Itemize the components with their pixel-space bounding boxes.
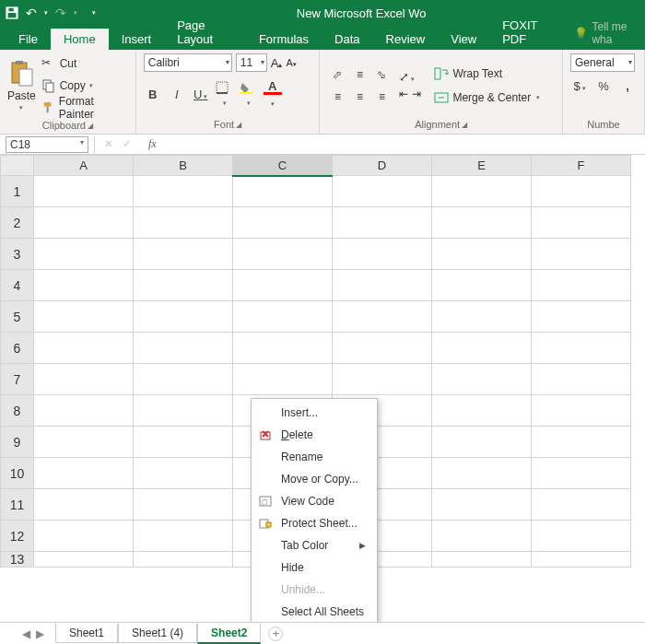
row-header[interactable]: 6: [1, 333, 34, 364]
border-button[interactable]: [216, 81, 234, 108]
ctx-protect[interactable]: Protect Sheet...: [253, 512, 375, 534]
tab-view[interactable]: View: [438, 29, 489, 50]
alignment-launcher-icon[interactable]: ◢: [462, 121, 467, 129]
tab-data[interactable]: Data: [322, 29, 372, 50]
ctx-hide[interactable]: Hide: [253, 556, 375, 579]
tab-home[interactable]: Home: [51, 29, 109, 50]
cell[interactable]: [532, 458, 631, 489]
cell[interactable]: [34, 270, 134, 301]
cell[interactable]: [532, 364, 631, 395]
ctx-move[interactable]: Move or Copy...: [253, 468, 375, 490]
cell[interactable]: [233, 270, 333, 301]
formatpainter-button[interactable]: Format Painter: [41, 98, 128, 118]
save-icon[interactable]: [6, 6, 18, 19]
cell[interactable]: [432, 333, 532, 364]
row-header[interactable]: 9: [1, 427, 34, 458]
cell[interactable]: [34, 427, 134, 458]
ctx-viewcode[interactable]: ▢View Code: [253, 490, 375, 512]
cell[interactable]: [134, 489, 233, 521]
font-launcher-icon[interactable]: ◢: [236, 121, 241, 129]
row-header[interactable]: 12: [1, 521, 34, 552]
cut-button[interactable]: ✂ Cut: [41, 53, 128, 74]
underline-button[interactable]: U: [192, 88, 210, 101]
col-header[interactable]: B: [134, 156, 233, 176]
cell[interactable]: [233, 239, 333, 270]
cell[interactable]: [532, 333, 631, 364]
cell[interactable]: [134, 270, 233, 301]
percent-button[interactable]: %: [594, 79, 613, 93]
tell-me[interactable]: 💡 Tell me wha: [567, 17, 645, 50]
cell[interactable]: [134, 364, 233, 395]
undo-drop-icon[interactable]: ▾: [44, 9, 48, 17]
bold-button[interactable]: B: [144, 88, 162, 101]
shrink-font-icon[interactable]: A▾: [286, 57, 296, 68]
tab-review[interactable]: Review: [373, 29, 439, 50]
number-format-combo[interactable]: General: [570, 53, 635, 72]
row-header[interactable]: 8: [1, 395, 34, 427]
cell[interactable]: [134, 333, 233, 364]
wrap-text-button[interactable]: Wrap Text: [434, 64, 540, 84]
cell[interactable]: [532, 521, 631, 552]
sheet-tab[interactable]: Sheet1: [55, 624, 118, 643]
undo-icon[interactable]: ↶: [26, 6, 37, 20]
ctx-rename[interactable]: Rename: [253, 446, 375, 468]
name-box[interactable]: C18: [6, 136, 88, 153]
cell[interactable]: [432, 207, 532, 239]
orientation-button[interactable]: ⤢: [399, 70, 421, 84]
cell[interactable]: [333, 239, 432, 270]
cell[interactable]: [34, 239, 134, 270]
redo-drop-icon[interactable]: ▾: [74, 9, 77, 17]
col-header[interactable]: F: [532, 156, 631, 176]
paste-label[interactable]: Paste: [7, 89, 36, 102]
italic-button[interactable]: I: [168, 88, 186, 101]
cell[interactable]: [134, 552, 233, 568]
cell[interactable]: [34, 552, 134, 568]
cell[interactable]: [532, 301, 631, 333]
cell[interactable]: [532, 552, 631, 568]
currency-button[interactable]: $: [570, 79, 589, 93]
formula-input[interactable]: [166, 135, 645, 154]
cell[interactable]: [532, 207, 631, 239]
tab-file[interactable]: File: [6, 29, 51, 50]
col-header[interactable]: A: [34, 156, 134, 176]
cell[interactable]: [134, 427, 233, 458]
cell[interactable]: [333, 176, 432, 207]
cell[interactable]: [333, 270, 432, 301]
align-right-icon[interactable]: ≡: [371, 87, 392, 107]
cell[interactable]: [532, 270, 631, 301]
cell[interactable]: [233, 207, 333, 239]
row-header[interactable]: 2: [1, 207, 34, 239]
col-header[interactable]: E: [432, 156, 532, 176]
ctx-insert[interactable]: Insert...: [253, 402, 375, 424]
sheet-nav-prev-icon[interactable]: ◀: [22, 627, 30, 640]
cell[interactable]: [134, 301, 233, 333]
cell[interactable]: [134, 458, 233, 489]
row-header[interactable]: 5: [1, 301, 34, 333]
align-middle-icon[interactable]: ≡: [349, 64, 369, 85]
cell[interactable]: [233, 301, 333, 333]
row-header[interactable]: 1: [1, 176, 34, 207]
cell[interactable]: [34, 207, 134, 239]
copy-button[interactable]: Copy ▾: [41, 76, 128, 96]
cell[interactable]: [34, 489, 134, 521]
cell[interactable]: [134, 207, 233, 239]
col-header[interactable]: D: [333, 156, 432, 176]
tab-pagelayout[interactable]: Page Layout: [164, 15, 246, 50]
cell[interactable]: [432, 176, 532, 207]
cell[interactable]: [432, 489, 532, 521]
cell[interactable]: [432, 458, 532, 489]
increase-indent-icon[interactable]: ⇥: [412, 88, 421, 100]
cell[interactable]: [532, 395, 631, 427]
tab-foxit[interactable]: FOXIT PDF: [489, 15, 567, 50]
sheet-nav-next-icon[interactable]: ▶: [36, 627, 44, 640]
cell[interactable]: [333, 207, 432, 239]
cell[interactable]: [333, 301, 432, 333]
col-header[interactable]: C: [233, 156, 333, 176]
row-header[interactable]: 13: [1, 552, 34, 568]
ctx-delete[interactable]: Delete: [253, 424, 375, 446]
clipboard-launcher-icon[interactable]: ◢: [88, 122, 93, 130]
cell[interactable]: [233, 364, 333, 395]
fontcolor-button[interactable]: A: [264, 79, 282, 109]
merge-center-button[interactable]: Merge & Center ▾: [434, 88, 540, 108]
font-size-combo[interactable]: 11: [236, 53, 267, 72]
